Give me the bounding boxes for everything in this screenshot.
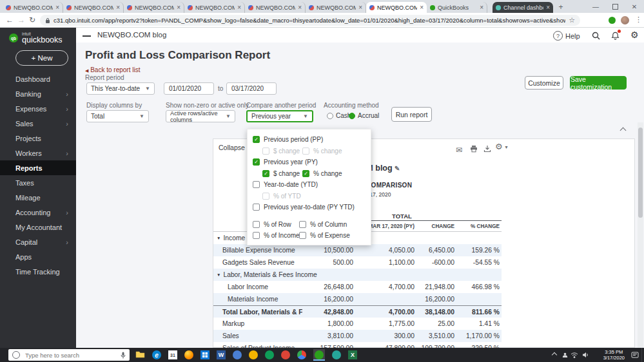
checkbox-disabled-icon[interactable] <box>262 148 269 155</box>
option-year-to-date[interactable]: Year-to-date (YTD) <box>253 179 366 191</box>
address-bar[interactable]: c31.qbo.intuit.com/app/reportv2?token=PA… <box>40 15 580 26</box>
table-section-row[interactable]: ▼Labor, Materials & Fees Income <box>213 269 502 281</box>
browser-menu-icon[interactable]: ⋮ <box>635 15 642 24</box>
cash-radio[interactable]: Cash <box>327 112 351 119</box>
user-icon[interactable] <box>562 348 568 362</box>
wifi-icon[interactable] <box>571 348 578 362</box>
sidebar-item-projects[interactable]: Projects <box>0 131 76 146</box>
show-desktop-button[interactable] <box>641 348 644 362</box>
checkbox-checked-icon[interactable]: ✓ <box>253 136 260 143</box>
search-icon[interactable] <box>592 31 600 43</box>
sidebar-item-dashboard[interactable]: Dashboard <box>0 71 76 86</box>
compare-period-select[interactable]: Previous year▼ <box>246 110 313 122</box>
new-tab-button[interactable]: + <box>556 2 566 12</box>
table-row[interactable]: Materials Income 16,200.00 16,200.00 <box>213 293 502 305</box>
checkbox-checked-icon[interactable]: ✓ <box>302 170 309 177</box>
export-icon[interactable] <box>483 144 491 155</box>
browser-tab[interactable]: NEWQBO.COM× <box>184 2 245 13</box>
sidebar-item-time-tracking[interactable]: Time Tracking <box>0 264 76 279</box>
email-icon[interactable]: ✉ <box>456 144 462 155</box>
option-previous-year-to-date[interactable]: Previous year-to-date (PY YTD) <box>253 202 366 213</box>
file-explorer-icon[interactable] <box>135 349 145 361</box>
save-customization-button[interactable]: Save customization <box>570 76 627 90</box>
collapse-button[interactable]: Collapse <box>219 144 245 151</box>
checkbox-disabled-icon[interactable] <box>302 148 309 155</box>
checkbox-icon[interactable] <box>253 204 260 211</box>
date-from-input[interactable]: 01/01/2020 <box>164 82 214 95</box>
browser-tab[interactable]: NEWQBO.COM× <box>306 2 366 13</box>
tab-close-icon[interactable]: × <box>116 5 120 11</box>
edit-pencil-icon[interactable]: ✎ <box>395 165 400 172</box>
back-to-report-list-link[interactable]: ◀ Back to report list <box>85 66 140 73</box>
checkbox-icon[interactable] <box>253 221 260 228</box>
checkbox-icon[interactable] <box>253 232 260 239</box>
report-period-select[interactable]: This Year-to-date▼ <box>86 82 155 95</box>
firefox-icon[interactable] <box>184 350 193 359</box>
chrome-profile-yellow-icon[interactable] <box>249 350 258 359</box>
chrome-icon[interactable] <box>297 350 306 359</box>
chevron-down-icon[interactable]: ▼ <box>504 145 509 149</box>
browser-tab-dark[interactable]: Channel dashboard -× <box>493 2 553 13</box>
option-previous-period[interactable]: ✓Previous period (PP) <box>253 134 366 146</box>
page-scrollbar[interactable] <box>638 122 643 348</box>
tab-close-icon[interactable]: × <box>298 5 302 11</box>
calendar-icon[interactable]: 31 <box>168 350 177 359</box>
action-center-icon[interactable] <box>631 348 639 362</box>
scrollbar-thumb[interactable] <box>638 128 643 218</box>
new-button[interactable]: + New <box>15 50 68 66</box>
notifications-bell-icon[interactable] <box>611 31 620 43</box>
chrome-profile-red-icon[interactable] <box>281 350 290 359</box>
edge-icon[interactable]: e <box>152 350 161 359</box>
sidebar-item-apps[interactable]: Apps <box>0 249 76 264</box>
print-icon[interactable] <box>470 144 478 155</box>
date-to-input[interactable]: 03/17/2020 <box>226 82 277 95</box>
sidebar-item-sales[interactable]: Sales› <box>0 116 76 131</box>
collapse-caret-icon[interactable]: ▼ <box>217 272 220 277</box>
sidebar-item-taxes[interactable]: Taxes <box>0 175 76 190</box>
search-input[interactable] <box>24 351 117 359</box>
tab-close-icon[interactable]: × <box>237 5 241 11</box>
sidebar-item-banking[interactable]: Banking› <box>0 86 76 101</box>
taskbar-clock[interactable]: 3:35 PM3/17/2020 <box>603 348 625 362</box>
sidebar-item-workers[interactable]: Workers› <box>0 146 76 160</box>
table-row[interactable]: Billable Expense Income 10,500.00 4,050.… <box>213 244 502 256</box>
speaker-icon[interactable] <box>582 348 589 362</box>
bookmark-star-icon[interactable]: ☆ <box>569 16 575 24</box>
checkbox-checked-icon[interactable]: ✓ <box>262 170 269 177</box>
checkbox-checked-icon[interactable]: ✓ <box>253 158 260 166</box>
tab-close-icon[interactable]: × <box>546 5 550 11</box>
checkbox-icon[interactable] <box>299 221 306 228</box>
table-row[interactable]: Sales 3,810.00 300.00 3,510.00 1,170.00 … <box>213 330 502 342</box>
table-total-row[interactable]: Total Labor, Materials & Fees... 42,848.… <box>213 305 502 318</box>
tab-close-icon[interactable]: × <box>55 5 59 11</box>
extension-icon[interactable] <box>609 17 616 24</box>
active-rows-select[interactable]: Active rows/active columns▼ <box>166 110 235 122</box>
active-app[interactable] <box>313 349 325 361</box>
checkbox-disabled-icon[interactable] <box>262 193 269 200</box>
excel-icon[interactable]: X <box>348 350 357 359</box>
tray-chevron-up-icon[interactable] <box>552 348 556 362</box>
quickbooks-app-icon[interactable] <box>315 350 324 359</box>
browser-tab[interactable]: QuickBooks× <box>427 2 487 13</box>
sidebar-item-reports[interactable]: Reports <box>0 160 76 175</box>
back-arrow-icon[interactable]: ← <box>6 15 14 24</box>
checkbox-icon[interactable] <box>253 181 260 188</box>
sidebar-item-expenses[interactable]: Expenses› <box>0 101 76 116</box>
refresh-icon[interactable]: ↻ <box>29 15 35 24</box>
forward-arrow-icon[interactable]: → <box>17 15 25 24</box>
run-report-button[interactable]: Run report <box>391 107 432 122</box>
tab-close-icon[interactable]: × <box>358 5 362 11</box>
sidebar-item-my-accountant[interactable]: My Accountant <box>0 220 76 234</box>
microphone-icon[interactable] <box>121 352 126 359</box>
browser-tab[interactable]: NEWQBO.COM× <box>124 2 184 13</box>
table-row[interactable]: Markup 1,800.00 1,775.00 25.00 1.41 % <box>213 318 502 330</box>
tab-close-icon[interactable]: × <box>420 5 424 11</box>
minimize-button[interactable]: — <box>586 0 605 13</box>
tab-close-icon[interactable]: × <box>480 5 483 11</box>
browser-tab[interactable]: NEWQBO.COM× <box>3 2 63 13</box>
tab-close-icon[interactable]: × <box>177 5 181 11</box>
collapse-caret-icon[interactable]: ▼ <box>217 236 220 240</box>
sidebar-item-capital[interactable]: Capital› <box>0 234 76 249</box>
display-columns-select[interactable]: Total▼ <box>86 110 149 122</box>
browser-tab-active[interactable]: NEWQBO.COM blog -× <box>366 2 427 13</box>
